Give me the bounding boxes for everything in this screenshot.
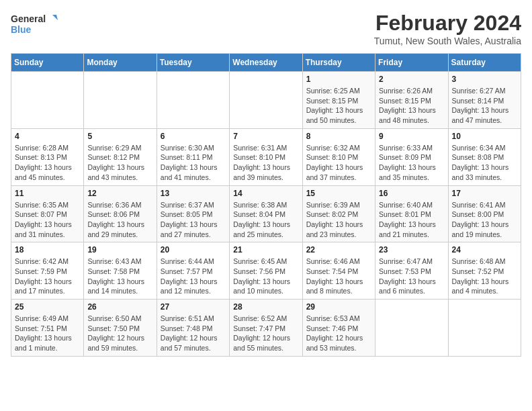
calendar-cell: 22Sunrise: 6:46 AMSunset: 7:54 PMDayligh… xyxy=(302,242,375,300)
calendar-cell xyxy=(375,300,448,357)
calendar-week-5: 25Sunrise: 6:49 AMSunset: 7:51 PMDayligh… xyxy=(11,300,521,357)
calendar-cell: 16Sunrise: 6:40 AMSunset: 8:01 PMDayligh… xyxy=(375,185,448,242)
calendar-cell xyxy=(157,72,229,129)
svg-text:Blue: Blue xyxy=(11,24,32,35)
day-info: Sunrise: 6:49 AMSunset: 7:51 PMDaylight:… xyxy=(15,314,80,353)
calendar-cell: 18Sunrise: 6:42 AMSunset: 7:59 PMDayligh… xyxy=(11,242,84,300)
day-info: Sunrise: 6:39 AMSunset: 8:02 PMDaylight:… xyxy=(306,200,371,240)
day-number: 4 xyxy=(15,132,80,141)
day-number: 5 xyxy=(87,132,152,141)
logo-svg: General Blue xyxy=(11,11,58,38)
calendar-cell xyxy=(84,72,157,129)
day-number: 6 xyxy=(161,132,226,141)
day-info: Sunrise: 6:51 AMSunset: 7:48 PMDaylight:… xyxy=(161,314,226,353)
day-info: Sunrise: 6:37 AMSunset: 8:05 PMDaylight:… xyxy=(161,200,226,240)
calendar-cell xyxy=(230,72,302,129)
day-number: 13 xyxy=(161,189,226,198)
svg-text:General: General xyxy=(11,13,46,24)
day-info: Sunrise: 6:35 AMSunset: 8:07 PMDaylight:… xyxy=(15,200,80,240)
calendar-cell: 12Sunrise: 6:36 AMSunset: 8:06 PMDayligh… xyxy=(84,185,157,242)
day-number: 9 xyxy=(379,132,444,141)
weekday-header-row: SundayMondayTuesdayWednesdayThursdayFrid… xyxy=(11,54,521,72)
day-info: Sunrise: 6:30 AMSunset: 8:11 PMDaylight:… xyxy=(161,143,226,183)
day-number: 22 xyxy=(306,245,371,255)
day-info: Sunrise: 6:31 AMSunset: 8:10 PMDaylight:… xyxy=(233,143,298,183)
svg-marker-2 xyxy=(52,15,58,20)
day-info: Sunrise: 6:29 AMSunset: 8:12 PMDaylight:… xyxy=(87,143,152,183)
calendar-cell: 29Sunrise: 6:53 AMSunset: 7:46 PMDayligh… xyxy=(302,300,375,357)
day-number: 19 xyxy=(87,245,152,255)
weekday-header-tuesday: Tuesday xyxy=(157,54,229,72)
calendar-cell xyxy=(11,72,84,129)
day-number: 28 xyxy=(233,302,298,312)
day-info: Sunrise: 6:47 AMSunset: 7:53 PMDaylight:… xyxy=(379,257,444,296)
calendar-week-4: 18Sunrise: 6:42 AMSunset: 7:59 PMDayligh… xyxy=(11,242,521,300)
calendar-cell: 8Sunrise: 6:32 AMSunset: 8:10 PMDaylight… xyxy=(302,128,375,185)
calendar-week-3: 11Sunrise: 6:35 AMSunset: 8:07 PMDayligh… xyxy=(11,185,521,242)
title-block: February 2024 Tumut, New South Wales, Au… xyxy=(374,11,521,46)
calendar-cell: 24Sunrise: 6:48 AMSunset: 7:52 PMDayligh… xyxy=(448,242,521,300)
calendar-week-2: 4Sunrise: 6:28 AMSunset: 8:13 PMDaylight… xyxy=(11,128,521,185)
calendar-cell: 17Sunrise: 6:41 AMSunset: 8:00 PMDayligh… xyxy=(448,185,521,242)
day-number: 12 xyxy=(87,189,152,198)
day-info: Sunrise: 6:45 AMSunset: 7:56 PMDaylight:… xyxy=(233,257,298,296)
calendar-cell: 23Sunrise: 6:47 AMSunset: 7:53 PMDayligh… xyxy=(375,242,448,300)
calendar-cell xyxy=(448,300,521,357)
calendar-cell: 10Sunrise: 6:34 AMSunset: 8:08 PMDayligh… xyxy=(448,128,521,185)
calendar-cell: 13Sunrise: 6:37 AMSunset: 8:05 PMDayligh… xyxy=(157,185,229,242)
calendar-cell: 20Sunrise: 6:44 AMSunset: 7:57 PMDayligh… xyxy=(157,242,229,300)
day-info: Sunrise: 6:42 AMSunset: 7:59 PMDaylight:… xyxy=(15,257,80,296)
calendar-cell: 28Sunrise: 6:52 AMSunset: 7:47 PMDayligh… xyxy=(230,300,302,357)
day-number: 15 xyxy=(306,189,371,198)
day-info: Sunrise: 6:44 AMSunset: 7:57 PMDaylight:… xyxy=(161,257,226,296)
calendar-cell: 3Sunrise: 6:27 AMSunset: 8:14 PMDaylight… xyxy=(448,72,521,129)
day-info: Sunrise: 6:46 AMSunset: 7:54 PMDaylight:… xyxy=(306,257,371,296)
day-number: 26 xyxy=(87,302,152,312)
day-info: Sunrise: 6:38 AMSunset: 8:04 PMDaylight:… xyxy=(233,200,298,240)
page-header: General Blue February 2024 Tumut, New So… xyxy=(11,11,521,46)
calendar-cell: 15Sunrise: 6:39 AMSunset: 8:02 PMDayligh… xyxy=(302,185,375,242)
day-info: Sunrise: 6:34 AMSunset: 8:08 PMDaylight:… xyxy=(452,143,517,183)
calendar-cell: 4Sunrise: 6:28 AMSunset: 8:13 PMDaylight… xyxy=(11,128,84,185)
day-info: Sunrise: 6:33 AMSunset: 8:09 PMDaylight:… xyxy=(379,143,444,183)
day-number: 14 xyxy=(233,189,298,198)
day-number: 2 xyxy=(379,75,444,84)
calendar-week-1: 1Sunrise: 6:25 AMSunset: 8:15 PMDaylight… xyxy=(11,72,521,129)
day-info: Sunrise: 6:26 AMSunset: 8:15 PMDaylight:… xyxy=(379,86,444,126)
weekday-header-monday: Monday xyxy=(84,54,157,72)
calendar-cell: 19Sunrise: 6:43 AMSunset: 7:58 PMDayligh… xyxy=(84,242,157,300)
weekday-header-friday: Friday xyxy=(375,54,448,72)
calendar-table: SundayMondayTuesdayWednesdayThursdayFrid… xyxy=(11,53,521,357)
calendar-cell: 1Sunrise: 6:25 AMSunset: 8:15 PMDaylight… xyxy=(302,72,375,129)
calendar-cell: 2Sunrise: 6:26 AMSunset: 8:15 PMDaylight… xyxy=(375,72,448,129)
day-number: 17 xyxy=(452,189,517,198)
day-number: 25 xyxy=(15,302,80,312)
calendar-cell: 7Sunrise: 6:31 AMSunset: 8:10 PMDaylight… xyxy=(230,128,302,185)
day-number: 18 xyxy=(15,245,80,255)
calendar-cell: 11Sunrise: 6:35 AMSunset: 8:07 PMDayligh… xyxy=(11,185,84,242)
day-number: 24 xyxy=(452,245,517,255)
calendar-cell: 6Sunrise: 6:30 AMSunset: 8:11 PMDaylight… xyxy=(157,128,229,185)
weekday-header-saturday: Saturday xyxy=(448,54,521,72)
day-info: Sunrise: 6:52 AMSunset: 7:47 PMDaylight:… xyxy=(233,314,298,353)
day-info: Sunrise: 6:28 AMSunset: 8:13 PMDaylight:… xyxy=(15,143,80,183)
day-info: Sunrise: 6:53 AMSunset: 7:46 PMDaylight:… xyxy=(306,314,371,353)
day-number: 27 xyxy=(161,302,226,312)
day-number: 20 xyxy=(161,245,226,255)
calendar-cell: 14Sunrise: 6:38 AMSunset: 8:04 PMDayligh… xyxy=(230,185,302,242)
day-info: Sunrise: 6:32 AMSunset: 8:10 PMDaylight:… xyxy=(306,143,371,183)
location: Tumut, New South Wales, Australia xyxy=(374,36,521,46)
day-info: Sunrise: 6:50 AMSunset: 7:50 PMDaylight:… xyxy=(87,314,152,353)
day-info: Sunrise: 6:36 AMSunset: 8:06 PMDaylight:… xyxy=(87,200,152,240)
day-info: Sunrise: 6:41 AMSunset: 8:00 PMDaylight:… xyxy=(452,200,517,240)
day-info: Sunrise: 6:40 AMSunset: 8:01 PMDaylight:… xyxy=(379,200,444,240)
day-number: 23 xyxy=(379,245,444,255)
calendar-cell: 27Sunrise: 6:51 AMSunset: 7:48 PMDayligh… xyxy=(157,300,229,357)
day-number: 10 xyxy=(452,132,517,141)
weekday-header-wednesday: Wednesday xyxy=(230,54,302,72)
weekday-header-sunday: Sunday xyxy=(11,54,84,72)
day-number: 11 xyxy=(15,189,80,198)
day-number: 7 xyxy=(233,132,298,141)
calendar-cell: 21Sunrise: 6:45 AMSunset: 7:56 PMDayligh… xyxy=(230,242,302,300)
calendar-cell: 5Sunrise: 6:29 AMSunset: 8:12 PMDaylight… xyxy=(84,128,157,185)
